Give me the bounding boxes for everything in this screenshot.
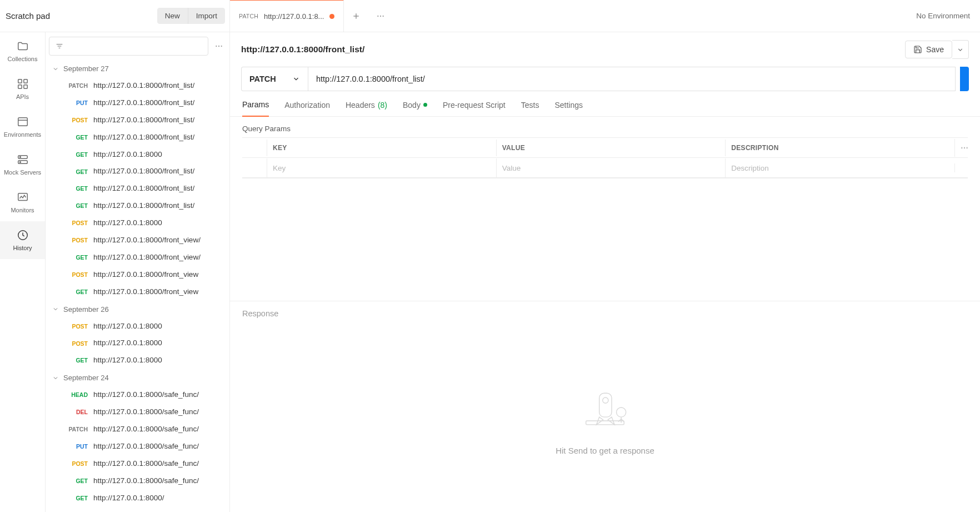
history-item[interactable]: GEThttp://127.0.0.1:8000/ — [46, 490, 228, 507]
method-select[interactable]: PATCH — [241, 67, 308, 91]
chevron-down-icon — [52, 306, 59, 312]
history-item-url: http://127.0.0.1:8000/front_view — [93, 287, 198, 297]
history-item-method: GET — [64, 253, 88, 262]
sidebar-item-label: Mock Servers — [4, 169, 41, 176]
save-button[interactable]: Save — [905, 41, 952, 58]
tab-actions-button[interactable] — [368, 0, 393, 32]
svg-rect-8 — [23, 85, 27, 88]
tab-pre-request-script[interactable]: Pre-request Script — [443, 101, 506, 116]
query-params-title: Query Params — [242, 125, 968, 133]
history-item-method: GET — [64, 133, 88, 142]
tab-headers[interactable]: Headers (8) — [346, 101, 387, 116]
history-item[interactable]: PATCHhttp://127.0.0.1:8000/safe_func/ — [46, 421, 228, 438]
history-item[interactable]: POSThttp://127.0.0.1:8000 — [46, 318, 228, 335]
scratchpad-title: Scratch pad — [6, 11, 157, 21]
svg-rect-5 — [18, 79, 21, 83]
tab-settings[interactable]: Settings — [554, 101, 583, 116]
history-item-url: http://127.0.0.1:8000/safe_func/ — [93, 390, 199, 400]
history-item[interactable]: GEThttp://127.0.0.1:8000/front_list/ — [46, 129, 228, 146]
param-description-input[interactable] — [731, 164, 949, 172]
history-item[interactable]: POSThttp://127.0.0.1:8000/safe_func/ — [46, 455, 228, 473]
sidebar-item-label: Environments — [4, 131, 41, 138]
history-date-group[interactable]: September 26 — [46, 301, 228, 318]
history-item[interactable]: GEThttp://127.0.0.1:8000/front_view/ — [46, 249, 228, 266]
new-tab-button[interactable] — [344, 0, 368, 32]
environment-selector[interactable]: No Environment — [906, 0, 980, 32]
history-item-method: GET — [64, 202, 88, 210]
url-input[interactable] — [308, 67, 956, 91]
sidebar-item-apis[interactable]: APIs — [0, 70, 45, 108]
history-item-method: POST — [64, 271, 88, 279]
sidebar-item-collections[interactable]: Collections — [0, 32, 45, 70]
history-item[interactable]: PATCHhttp://127.0.0.1:8000/front_list/ — [46, 77, 228, 95]
history-filter-input[interactable] — [49, 37, 208, 56]
history-item-method: GET — [64, 288, 88, 296]
history-date-label: September 26 — [63, 305, 109, 314]
svg-rect-9 — [18, 118, 27, 126]
save-dropdown[interactable] — [952, 40, 969, 59]
history-item[interactable]: DELhttp://127.0.0.1:8000/safe_func/ — [46, 404, 228, 421]
request-tab[interactable]: PATCH http://127.0.0.1:8... — [230, 0, 344, 32]
history-item[interactable]: GEThttp://127.0.0.1:8000/front_list/ — [46, 180, 228, 197]
sidebar-item-monitors[interactable]: Monitors — [0, 183, 45, 221]
history-item[interactable]: PUThttp://127.0.0.1:8000/safe_func/ — [46, 438, 228, 455]
history-item[interactable]: GEThttp://127.0.0.1:8000/front_view — [46, 284, 228, 301]
history-item[interactable]: POSThttp://127.0.0.1:8000/front_view/ — [46, 232, 228, 249]
tab-params[interactable]: Params — [242, 100, 269, 117]
history-item-url: http://127.0.0.1:8000/safe_func/ — [93, 459, 199, 469]
tab-authorization[interactable]: Authorization — [284, 101, 330, 116]
sidebar-item-history[interactable]: History — [0, 221, 45, 259]
chevron-down-icon — [292, 75, 300, 83]
history-item[interactable]: POSThttp://127.0.0.1:8000 — [46, 335, 228, 352]
history-item[interactable]: GEThttp://127.0.0.1:8000 — [46, 352, 228, 369]
response-hint: Hit Send to get a response — [556, 446, 654, 455]
history-actions-button[interactable] — [213, 42, 225, 51]
tab-tests[interactable]: Tests — [521, 101, 539, 116]
response-panel: Response Hit Send to get a r — [230, 301, 980, 512]
svg-point-14 — [19, 162, 21, 163]
svg-rect-6 — [23, 79, 27, 83]
history-item[interactable]: GEThttp://127.0.0.1:8000 — [46, 146, 228, 163]
history-date-group[interactable]: September 27 — [46, 60, 228, 77]
history-item[interactable]: GEThttp://127.0.0.1:8000/safe_func/ — [46, 473, 228, 490]
param-key-input[interactable] — [273, 164, 491, 172]
history-date-group[interactable]: September 24 — [46, 369, 228, 386]
history-item-url: http://127.0.0.1:8000/front_list/ — [93, 183, 194, 194]
param-value-input[interactable] — [502, 164, 720, 172]
history-item-url: http://127.0.0.1:8000/front_list/ — [93, 201, 194, 211]
history-item[interactable]: POSThttp://127.0.0.1:8000 — [46, 215, 228, 232]
svg-line-28 — [618, 419, 621, 422]
request-title[interactable]: http://127.0.0.1:8000/front_list/ — [241, 44, 364, 54]
history-item[interactable]: HEADhttp://127.0.0.1:8000/safe_func/ — [46, 386, 228, 404]
history-item[interactable]: GEThttp://127.0.0.1:8000/front_list/ — [46, 163, 228, 180]
tab-body[interactable]: Body — [403, 101, 427, 116]
history-item[interactable]: POSThttp://127.0.0.1:8000/post_func/ — [46, 506, 228, 512]
params-bulk-edit-button[interactable]: ⋯ — [954, 139, 968, 157]
history-item-url: http://127.0.0.1:8000 — [93, 218, 162, 228]
history-item-method: PATCH — [64, 425, 88, 434]
history-item-method: PUT — [64, 99, 88, 107]
send-button[interactable] — [960, 67, 969, 91]
history-item-url: http://127.0.0.1:8000 — [93, 338, 162, 349]
import-button[interactable]: Import — [188, 8, 225, 24]
history-item[interactable]: GEThttp://127.0.0.1:8000/front_list/ — [46, 197, 228, 215]
history-item-url: http://127.0.0.1:8000/safe_func/ — [93, 407, 199, 417]
history-item[interactable]: PUThttp://127.0.0.1:8000/front_list/ — [46, 95, 228, 112]
svg-point-13 — [19, 157, 21, 158]
server-icon — [17, 153, 29, 166]
sidebar-item-label: History — [13, 245, 32, 251]
new-button[interactable]: New — [157, 8, 188, 24]
history-item-url: http://127.0.0.1:8000/safe_func/ — [93, 424, 199, 435]
primary-sidebar: Collections APIs Environments Mock Serve… — [0, 32, 46, 512]
api-icon — [17, 78, 29, 90]
history-item[interactable]: POSThttp://127.0.0.1:8000/front_list/ — [46, 112, 228, 129]
sidebar-item-environments[interactable]: Environments — [0, 108, 45, 146]
history-item-method: POST — [64, 340, 88, 348]
history-item-url: http://127.0.0.1:8000/safe_func/ — [93, 441, 199, 452]
history-item-method: DEL — [64, 408, 88, 416]
history-item[interactable]: POSThttp://127.0.0.1:8000/front_view — [46, 266, 228, 284]
sidebar-item-mock-servers[interactable]: Mock Servers — [0, 146, 45, 183]
history-icon — [17, 229, 29, 241]
history-item-url: http://127.0.0.1:8000/safe_func/ — [93, 476, 199, 486]
history-item-url: http://127.0.0.1:8000 — [93, 321, 162, 332]
